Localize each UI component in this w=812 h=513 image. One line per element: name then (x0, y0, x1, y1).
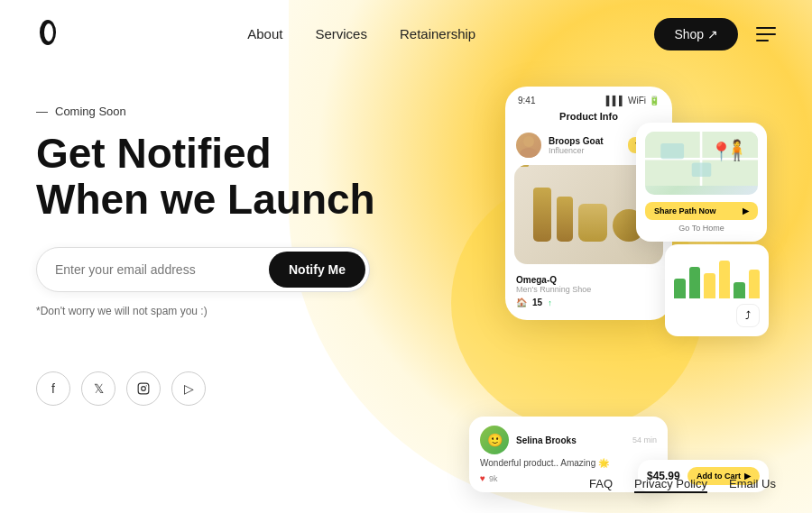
home-icon: 🏠 (516, 298, 527, 307)
footer: FAQ Privacy Policy Email Us (589, 477, 776, 493)
bar-6 (749, 270, 761, 298)
bottle-short (578, 204, 607, 242)
profile-name: Broops Goat (549, 136, 604, 146)
shop-button[interactable]: Shop ↗ (654, 18, 738, 50)
email-form: Notify Me (36, 247, 370, 292)
navigation: About Services Retainership Shop ↗ (0, 0, 812, 69)
svg-point-4 (146, 385, 147, 386)
left-column: Coming Soon Get Notified When we Launch … (36, 87, 460, 513)
nav-services[interactable]: Services (315, 26, 367, 41)
go-home-label: Go To Home (645, 224, 758, 233)
email-input[interactable] (55, 262, 269, 277)
reviewer-name: Selina Brooks (516, 435, 577, 445)
twitter-icon[interactable]: 𝕏 (81, 371, 115, 406)
bar-3 (704, 273, 715, 298)
svg-point-1 (44, 23, 53, 41)
review-text: Wonderful product.. Amazing 🌟 (480, 458, 657, 468)
notify-button[interactable]: Notify Me (269, 252, 365, 288)
nav-retainnership[interactable]: Retainership (400, 26, 475, 41)
bar-2 (689, 267, 701, 298)
steps-trend: ↑ (548, 298, 552, 307)
chart-bars (674, 253, 760, 298)
map-area: 📍 🧍 (645, 132, 758, 195)
svg-point-6 (520, 148, 538, 158)
hamburger-menu[interactable] (756, 27, 776, 41)
svg-rect-10 (660, 143, 684, 159)
youtube-icon[interactable]: ▷ (171, 371, 206, 406)
coming-soon-label: Coming Soon (36, 105, 460, 118)
bottle-medium (557, 197, 573, 242)
review-time: 54 min (632, 435, 657, 444)
headline: Get Notified When we Launch (36, 131, 460, 222)
map-card: 📍 🧍 Share Path Now ▶ Go To Home (636, 123, 767, 242)
svg-point-5 (523, 136, 534, 147)
product-info: Omega-Q Men's Running Shoe (505, 271, 672, 294)
spam-note: *Don't worry we will not spam you :) (36, 305, 460, 317)
logo[interactable] (36, 16, 69, 52)
svg-rect-11 (692, 162, 712, 177)
share-icon-button[interactable]: ⤴ (736, 304, 760, 327)
right-column: 9:41 ▌▌▌ WiFi 🔋 Product Info Broops Goat (460, 87, 776, 513)
profile-avatar (516, 133, 541, 158)
svg-point-3 (142, 387, 146, 391)
svg-rect-2 (138, 383, 149, 394)
profile-role: Influencer (549, 146, 604, 155)
bottle-tall (533, 188, 551, 242)
footer-privacy[interactable]: Privacy Policy (634, 477, 707, 493)
main-content: Coming Soon Get Notified When we Launch … (0, 69, 812, 513)
share-path-button[interactable]: Share Path Now ▶ (645, 202, 758, 220)
bar-1 (674, 279, 686, 298)
nav-links: About Services Retainership (247, 26, 475, 42)
bar-5 (734, 282, 745, 298)
phone-status-bar: 9:41 ▌▌▌ WiFi 🔋 (505, 87, 672, 111)
footer-faq[interactable]: FAQ (589, 477, 613, 493)
review-avatar: 🙂 (480, 426, 509, 454)
nav-about[interactable]: About (247, 26, 282, 41)
bar-4 (719, 261, 731, 298)
steps-count: 15 (532, 298, 542, 307)
chart-card: ⤴ (665, 244, 769, 336)
social-icons: f 𝕏 ▷ (36, 371, 460, 406)
instagram-icon[interactable] (126, 371, 161, 406)
facebook-icon[interactable]: f (36, 371, 70, 406)
nav-right: Shop ↗ (654, 18, 776, 50)
walking-figure: 🧍 (724, 139, 749, 162)
footer-email[interactable]: Email Us (729, 477, 776, 493)
